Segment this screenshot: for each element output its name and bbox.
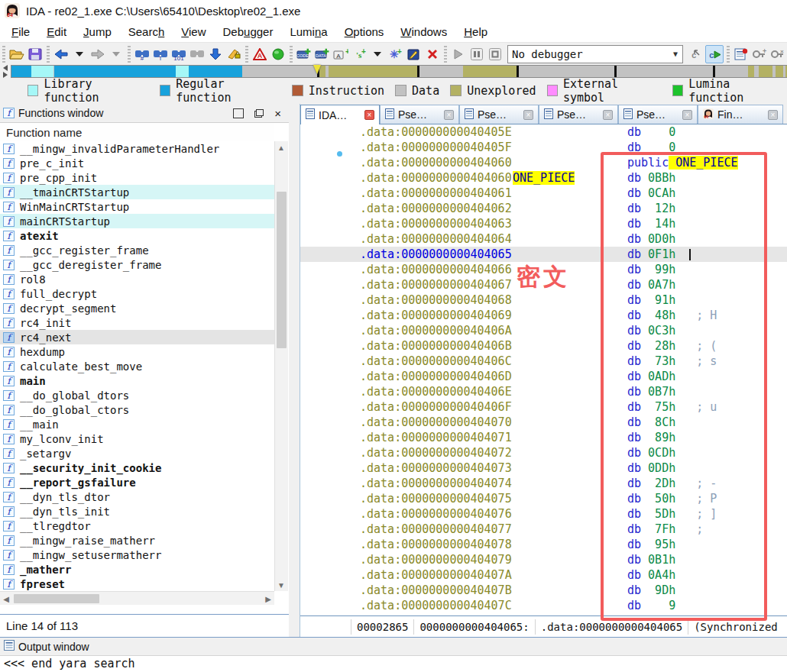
continue-process-icon[interactable]: c: [705, 45, 724, 63]
listing-line[interactable]: .data:000000000040406Adb 0C3h: [300, 323, 787, 338]
menu-debugger[interactable]: Debugger: [215, 23, 282, 40]
view-tab-pse[interactable]: Pse…×: [618, 105, 698, 124]
menu-options[interactable]: Options: [336, 23, 393, 40]
close-tab-icon[interactable]: ×: [523, 110, 533, 120]
function-row[interactable]: f__security_init_cookie: [0, 460, 274, 475]
lumina-status-icon[interactable]: [270, 46, 287, 63]
listing-line[interactable]: .data:000000000040406Cdb 73h ; s: [300, 354, 787, 369]
view-tab-pse[interactable]: Pse…×: [539, 105, 618, 124]
function-row[interactable]: ffull_decrypt: [0, 286, 274, 301]
close-tab-icon[interactable]: ×: [768, 110, 778, 120]
listing-line[interactable]: .data:000000000040406Fdb 75h ; u: [300, 399, 787, 415]
close-tab-icon[interactable]: ×: [682, 110, 692, 120]
function-name-column-header[interactable]: Function name: [0, 123, 274, 142]
debug-stop-icon[interactable]: [487, 46, 504, 63]
navband-segment-regular[interactable]: [189, 66, 242, 77]
function-row[interactable]: f__report_gsfailure: [0, 475, 274, 489]
navband-scroll-arrows[interactable]: [2, 65, 10, 78]
debug-play-icon[interactable]: [450, 46, 467, 63]
listing-line[interactable]: .data:000000000040407Cdb 9: [300, 598, 787, 613]
navband-right-arrow-icon[interactable]: [3, 72, 8, 78]
listing-line[interactable]: .data:000000000040407Adb 0A4h: [300, 567, 787, 583]
function-row[interactable]: f_matherr: [0, 562, 274, 577]
function-row[interactable]: fpre_cpp_init: [0, 170, 274, 185]
function-row[interactable]: frc4_init: [0, 315, 274, 330]
save-file-icon[interactable]: [27, 46, 44, 63]
add-code-icon[interactable]: CODE: [296, 46, 313, 63]
menu-windows[interactable]: Windows: [392, 23, 455, 40]
key-delete-icon[interactable]: ×: [769, 46, 786, 63]
function-row[interactable]: f__gcc_register_frame: [0, 243, 274, 257]
listing-line[interactable]: .data:0000000000404077db 7Fh ;: [300, 522, 787, 537]
listing-line[interactable]: .data:0000000000404060public ONE_PIECE: [300, 155, 787, 170]
view-tab-pse[interactable]: Pse…×: [380, 105, 459, 124]
navband-segment-unexplored[interactable]: [463, 66, 517, 77]
function-row[interactable]: f__tlregdtor: [0, 519, 274, 533]
navband-segment-library[interactable]: [176, 66, 189, 77]
function-row[interactable]: fWinMainCRTStartup: [0, 199, 274, 214]
function-row[interactable]: f__dyn_tls_dtor: [0, 489, 274, 504]
close-tab-icon[interactable]: ×: [444, 110, 454, 120]
chevron-down-icon[interactable]: ▼: [669, 47, 682, 62]
listing-line[interactable]: .data:0000000000404070db 8Ch: [300, 415, 787, 430]
function-row[interactable]: fmy_lconv_init: [0, 431, 274, 446]
close-button[interactable]: ×: [274, 109, 281, 118]
ida-view-listing[interactable]: .data:000000000040405Edb 0.data:00000000…: [300, 124, 787, 615]
scroll-up-icon[interactable]: ▲: [275, 141, 287, 153]
horizontal-scroll-thumb[interactable]: [14, 594, 99, 603]
listing-line[interactable]: .data:0000000000404075db 50h ; P: [300, 491, 787, 506]
maximize-button[interactable]: [233, 108, 244, 118]
function-row[interactable]: fhexdump: [0, 344, 274, 359]
navigation-band[interactable]: [11, 65, 787, 78]
function-row[interactable]: fmain: [0, 373, 274, 388]
output-window-titlebar[interactable]: Output window: [0, 638, 787, 656]
open-file-icon[interactable]: [8, 46, 25, 63]
menu-file[interactable]: File: [3, 23, 38, 40]
menu-jump[interactable]: Jump: [75, 23, 120, 40]
listing-line[interactable]: .data:000000000040405Edb 0: [300, 124, 787, 140]
listing-line[interactable]: .data:0000000000404064db 0D0h: [300, 231, 787, 247]
function-row[interactable]: f__do_global_dtors: [0, 388, 274, 402]
navband-segment-regular[interactable]: [54, 66, 176, 77]
listing-line[interactable]: .data:0000000000404061db 0CAh: [300, 186, 787, 201]
add-struct-icon[interactable]: ✳+: [387, 46, 404, 63]
function-row[interactable]: f__mingw_raise_matherr: [0, 533, 274, 548]
listing-line[interactable]: .data:000000000040407Bdb 9Dh: [300, 583, 787, 598]
nav-forward-icon[interactable]: [89, 46, 106, 63]
function-row[interactable]: f__dyn_tls_init: [0, 504, 274, 519]
add-data-icon[interactable]: DATA: [314, 46, 331, 63]
edit-function-icon[interactable]: [406, 46, 423, 63]
function-row[interactable]: frol8: [0, 272, 274, 286]
functions-horizontal-scrollbar[interactable]: ◀ ▶: [0, 591, 274, 605]
listing-line[interactable]: .data:000000000040405Fdb 0: [300, 140, 787, 155]
listing-line[interactable]: .data:0000000000404076db 5Dh ; ]: [300, 506, 787, 522]
float-button[interactable]: [254, 109, 264, 118]
listing-line[interactable]: .data:0000000000404078db 95h: [300, 537, 787, 552]
listing-line[interactable]: .data:0000000000404071db 89h: [300, 430, 787, 445]
debugger-select[interactable]: No debugger▼: [507, 45, 683, 63]
listing-line[interactable]: .data:0000000000404068db 91h: [300, 292, 787, 308]
function-row[interactable]: fdecrypt_segment: [0, 301, 274, 315]
listing-line[interactable]: .data:0000000000404074db 2Dh ; -: [300, 476, 787, 491]
navband-segment-unexplored[interactable]: [776, 66, 783, 77]
scroll-right-icon[interactable]: ▶: [262, 593, 274, 605]
view-tab-pse[interactable]: Pse…×: [459, 105, 539, 124]
add-dropdown-icon[interactable]: [369, 46, 386, 63]
listing-line[interactable]: .data:0000000000404069db 48h ; H: [300, 308, 787, 323]
listing-line[interactable]: .data:0000000000404073db 0DDh: [300, 460, 787, 476]
navband-segment-regular[interactable]: [11, 66, 31, 77]
navband-segment-data[interactable]: [519, 66, 614, 77]
function-row[interactable]: fcalculate_best_move: [0, 359, 274, 373]
navband-segment-data[interactable]: [242, 66, 317, 77]
function-row[interactable]: f__main: [0, 417, 274, 431]
navband-segment-unexplored[interactable]: [759, 66, 772, 77]
listing-line[interactable]: .data:0000000000404063db 14h: [300, 216, 787, 231]
function-row[interactable]: fatexit: [0, 228, 274, 243]
navband-left-arrow-icon[interactable]: [3, 65, 8, 71]
attach-process-icon[interactable]: c: [687, 46, 704, 63]
scroll-left-icon[interactable]: ◀: [0, 593, 12, 605]
function-row[interactable]: f__gcc_deregister_frame: [0, 257, 274, 272]
nav-forward-dropdown-icon[interactable]: [108, 46, 125, 63]
listing-line[interactable]: .data:0000000000404072db 0CDh: [300, 445, 787, 460]
menu-edit[interactable]: Edit: [38, 23, 75, 40]
